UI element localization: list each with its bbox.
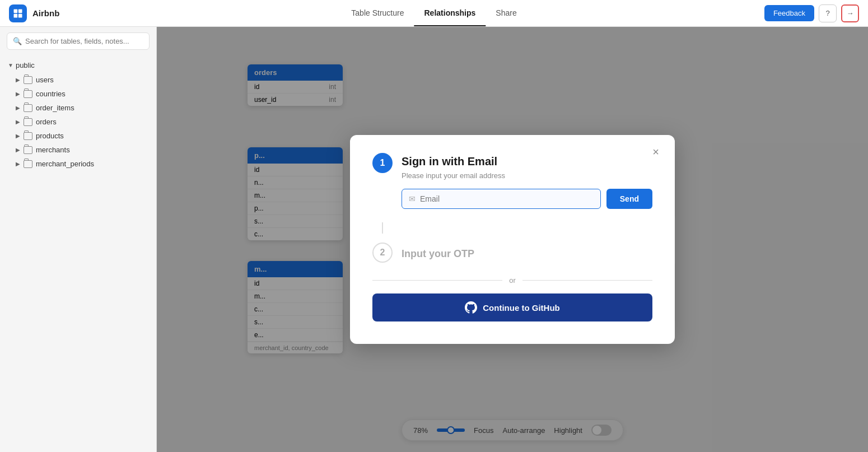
step2-content: Input your OTP xyxy=(402,243,652,260)
table-label-countries: countries xyxy=(36,90,66,98)
github-icon xyxy=(465,301,477,314)
step2-number: 2 xyxy=(372,243,393,263)
folder-icon xyxy=(24,132,32,140)
tab-relationships[interactable]: Relationships xyxy=(414,1,486,26)
topnav: Airbnb Table Structure Relationships Sha… xyxy=(0,0,868,27)
svg-rect-0 xyxy=(14,9,18,13)
app-name: Airbnb xyxy=(32,8,59,18)
help-icon: ? xyxy=(825,9,829,17)
tree-group-label: public xyxy=(16,61,35,69)
signin-modal: × 1 Sign in with Email Please input your… xyxy=(350,135,675,344)
folder-icon xyxy=(24,90,32,98)
chevron-icon: ▼ xyxy=(8,62,13,68)
table-label-orders: orders xyxy=(36,118,57,126)
sidebar-item-merchants[interactable]: ▶ merchants xyxy=(0,143,156,157)
chevron-right-icon: ▶ xyxy=(16,147,20,153)
login-icon-button[interactable]: → xyxy=(841,4,859,22)
feedback-button[interactable]: Feedback xyxy=(764,5,814,21)
tab-table-structure[interactable]: Table Structure xyxy=(341,1,414,26)
step1-title: Sign in with Email xyxy=(402,155,652,168)
send-button[interactable]: Send xyxy=(606,189,652,209)
sidebar-item-countries[interactable]: ▶ countries xyxy=(0,87,156,101)
topnav-right: Feedback ? → xyxy=(764,4,859,22)
table-label-users: users xyxy=(36,76,54,84)
chevron-right-icon: ▶ xyxy=(16,161,20,167)
search-icon: 🔍 xyxy=(13,37,22,45)
main-layout: 🔍 ▼ public ▶ users ▶ countries ▶ order_i… xyxy=(0,27,868,452)
table-label-products: products xyxy=(36,132,64,140)
step1-content: Sign in with Email Please input your ema… xyxy=(402,153,652,209)
folder-icon xyxy=(24,76,32,84)
sidebar-tree: ▼ public ▶ users ▶ countries ▶ order_ite… xyxy=(0,55,156,452)
tree-group-public[interactable]: ▼ public xyxy=(0,58,156,73)
search-box[interactable]: 🔍 xyxy=(7,32,150,50)
step1-subtitle: Please input your email address xyxy=(402,171,652,180)
search-input[interactable] xyxy=(25,37,143,45)
github-button-label: Continue to GitHub xyxy=(483,303,559,313)
modal-close-button[interactable]: × xyxy=(648,144,664,160)
table-label-order-items: order_items xyxy=(36,104,74,112)
sidebar-item-order-items[interactable]: ▶ order_items xyxy=(0,101,156,115)
svg-rect-3 xyxy=(18,13,22,17)
envelope-icon: ✉ xyxy=(409,194,416,203)
canvas: orders idint user_idint p... id n... m..… xyxy=(157,27,868,452)
email-input-row: ✉ Send xyxy=(402,189,652,209)
nav-tabs: Table Structure Relationships Share xyxy=(341,1,526,26)
step2-title: Input your OTP xyxy=(402,245,652,260)
sidebar-item-users[interactable]: ▶ users xyxy=(0,73,156,87)
folder-icon xyxy=(24,146,32,154)
chevron-right-icon: ▶ xyxy=(16,133,20,139)
table-label-merchant-periods: merchant_periods xyxy=(36,160,94,168)
modal-step2: 2 Input your OTP xyxy=(372,243,652,263)
folder-icon xyxy=(24,104,32,112)
sidebar: 🔍 ▼ public ▶ users ▶ countries ▶ order_i… xyxy=(0,27,157,452)
divider-right xyxy=(522,280,652,281)
login-icon: → xyxy=(847,9,854,17)
chevron-right-icon: ▶ xyxy=(16,77,20,83)
sidebar-item-merchant-periods[interactable]: ▶ merchant_periods xyxy=(0,157,156,171)
divider-left xyxy=(372,280,502,281)
sidebar-item-products[interactable]: ▶ products xyxy=(0,129,156,143)
step1-number: 1 xyxy=(372,153,393,173)
app-logo xyxy=(9,4,27,22)
github-button[interactable]: Continue to GitHub xyxy=(372,293,652,321)
step-connector xyxy=(382,222,383,234)
modal-overlay[interactable]: × 1 Sign in with Email Please input your… xyxy=(157,27,868,452)
email-input[interactable] xyxy=(420,194,594,203)
email-input-wrapper: ✉ xyxy=(402,189,601,209)
chevron-right-icon: ▶ xyxy=(16,119,20,125)
divider-or: or xyxy=(509,276,516,285)
folder-icon xyxy=(24,118,32,126)
divider-row: or xyxy=(372,276,652,285)
svg-rect-2 xyxy=(14,13,18,17)
folder-icon xyxy=(24,160,32,168)
chevron-right-icon: ▶ xyxy=(16,91,20,97)
svg-rect-1 xyxy=(18,9,22,13)
help-icon-button[interactable]: ? xyxy=(819,4,837,22)
sidebar-item-orders[interactable]: ▶ orders xyxy=(0,115,156,129)
tab-share[interactable]: Share xyxy=(486,1,526,26)
table-label-merchants: merchants xyxy=(36,146,70,154)
chevron-right-icon: ▶ xyxy=(16,105,20,111)
modal-step1: 1 Sign in with Email Please input your e… xyxy=(372,153,652,209)
